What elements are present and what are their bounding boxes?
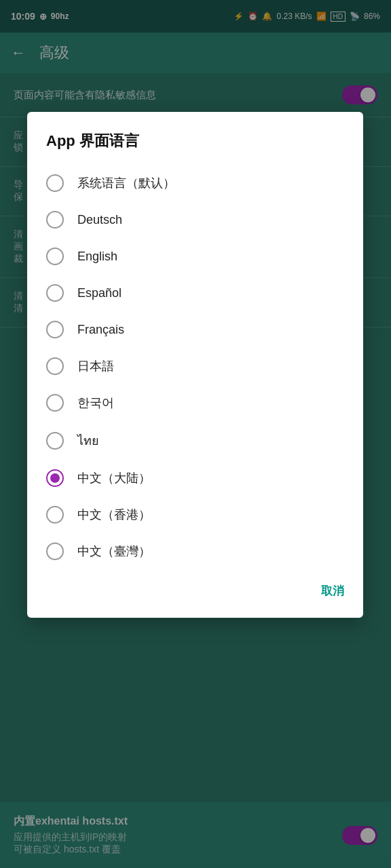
label-en: English — [77, 250, 117, 264]
option-th[interactable]: ไทย — [35, 421, 355, 460]
label-ko: 한국어 — [77, 395, 114, 411]
option-zh-hk[interactable]: 中文（香港） — [35, 496, 355, 533]
label-ja: 日本語 — [77, 358, 114, 374]
radio-system — [46, 174, 64, 192]
label-zh-cn: 中文（大陆） — [77, 470, 151, 486]
radio-inner-zh-cn — [50, 473, 60, 483]
option-zh-cn[interactable]: 中文（大陆） — [35, 460, 355, 496]
label-zh-hk: 中文（香港） — [77, 507, 151, 523]
radio-zh-cn — [46, 469, 64, 487]
label-system: 系统语言（默认） — [77, 175, 175, 191]
radio-es — [46, 284, 64, 302]
option-es[interactable]: Español — [35, 275, 355, 311]
option-fr[interactable]: Français — [35, 311, 355, 348]
radio-zh-tw — [46, 542, 64, 560]
label-es: Español — [77, 286, 122, 300]
option-de[interactable]: Deutsch — [35, 201, 355, 238]
language-dialog: App 界面语言 系统语言（默认） Deutsch English Españo… — [27, 112, 363, 618]
language-options-list: 系统语言（默认） Deutsch English Español Françai… — [27, 165, 363, 570]
radio-th — [46, 432, 64, 450]
option-ja[interactable]: 日本語 — [35, 348, 355, 384]
option-zh-tw[interactable]: 中文（臺灣） — [35, 533, 355, 570]
radio-fr — [46, 321, 64, 338]
radio-en — [46, 248, 64, 265]
option-ko[interactable]: 한국어 — [35, 384, 355, 421]
radio-ko — [46, 394, 64, 412]
radio-de — [46, 211, 64, 229]
label-fr: Français — [77, 323, 124, 337]
label-de: Deutsch — [77, 213, 122, 227]
cancel-button[interactable]: 取消 — [318, 578, 347, 604]
radio-zh-hk — [46, 506, 64, 524]
dialog-actions: 取消 — [27, 570, 363, 612]
option-en[interactable]: English — [35, 238, 355, 275]
option-system[interactable]: 系统语言（默认） — [35, 165, 355, 201]
label-th: ไทย — [77, 431, 99, 450]
radio-ja — [46, 357, 64, 375]
dialog-title: App 界面语言 — [27, 112, 363, 165]
label-zh-tw: 中文（臺灣） — [77, 543, 151, 559]
